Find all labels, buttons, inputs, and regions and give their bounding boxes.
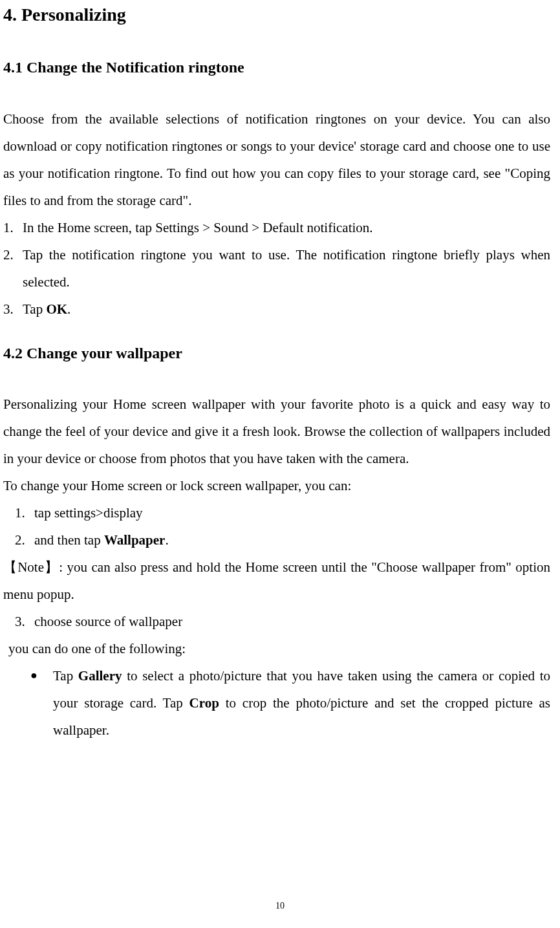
list-text: choose source of wallpaper [34, 608, 550, 635]
bullet-marker-icon: ● [30, 662, 53, 744]
document-page: 4. Personalizing 4.1 Change the Notifica… [0, 0, 560, 744]
list-text: and then tap Wallpaper. [34, 526, 550, 554]
list-number: 2. [3, 241, 23, 296]
heading-section-4-1: 4.1 Change the Notification ringtone [3, 58, 550, 78]
bold-text: Gallery [78, 668, 122, 684]
text-span: Tap [53, 668, 78, 684]
paragraph-following: you can do one of the following: [3, 635, 550, 662]
list-number: 3. [15, 608, 34, 635]
bullet-list-item: ● Tap Gallery to select a photo/picture … [3, 662, 550, 744]
ordered-list-item: 3. choose source of wallpaper [3, 608, 550, 635]
ordered-list-item: 2. Tap the notification ringtone you wan… [3, 241, 550, 296]
list-text: Tap the notification ringtone you want t… [23, 241, 550, 296]
heading-1: 4. Personalizing [3, 3, 550, 27]
paragraph-intro-4-2: Personalizing your Home screen wallpaper… [3, 391, 550, 472]
text-span: . [67, 301, 70, 317]
list-text: Tap OK. [23, 296, 550, 323]
list-number: 2. [15, 526, 34, 554]
list-text: In the Home screen, tap Settings > Sound… [23, 214, 550, 241]
ordered-list-item: 1. tap settings>display [3, 499, 550, 526]
list-number: 1. [15, 499, 34, 526]
ordered-list-item: 2. and then tap Wallpaper. [3, 526, 550, 554]
ordered-list-item: 3. Tap OK. [3, 296, 550, 323]
list-number: 3. [3, 296, 23, 323]
page-number: 10 [0, 901, 560, 911]
text-span: . [165, 532, 168, 548]
bold-text: Wallpaper [104, 532, 166, 548]
text-span: Tap [23, 301, 46, 317]
note-paragraph: 【Note】: you can also press and hold the … [3, 554, 550, 608]
list-number: 1. [3, 214, 23, 241]
text-span: and then tap [34, 532, 104, 548]
list-text: tap settings>display [34, 499, 550, 526]
bold-text: Crop [189, 695, 219, 711]
paragraph-intro-4-1: Choose from the available selections of … [3, 105, 550, 214]
ordered-list-item: 1. In the Home screen, tap Settings > So… [3, 214, 550, 241]
heading-section-4-2: 4.2 Change your wallpaper [3, 343, 550, 363]
bullet-text: Tap Gallery to select a photo/picture th… [53, 662, 550, 744]
paragraph-lead: To change your Home screen or lock scree… [3, 472, 550, 499]
bold-text: OK [46, 301, 67, 317]
